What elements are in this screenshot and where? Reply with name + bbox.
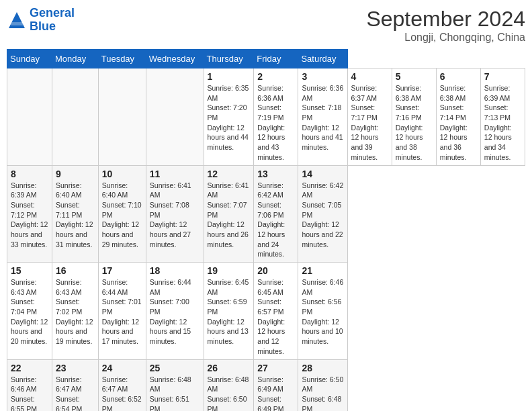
day-info: Sunrise: 6:47 AMSunset: 6:52 PMDaylight:… [102, 375, 142, 412]
calendar-week-3: 15 Sunrise: 6:43 AMSunset: 7:04 PMDaylig… [7, 263, 525, 360]
day-info: Sunrise: 6:42 AMSunset: 7:05 PMDaylight:… [302, 181, 343, 250]
calendar-cell [98, 68, 146, 166]
day-number: 16 [56, 265, 95, 276]
calendar-cell: 14 Sunrise: 6:42 AMSunset: 7:05 PMDaylig… [298, 165, 347, 263]
header: General Blue September 2024 Longji, Chon… [7, 7, 525, 44]
calendar-cell: 21 Sunrise: 6:46 AMSunset: 6:56 PMDaylig… [298, 263, 347, 360]
day-number: 19 [208, 265, 251, 276]
month-title: September 2024 [366, 7, 525, 32]
day-info: Sunrise: 6:46 AMSunset: 6:56 PMDaylight:… [302, 277, 343, 347]
calendar-cell: 13 Sunrise: 6:42 AMSunset: 7:06 PMDaylig… [254, 165, 298, 263]
calendar-week-4: 22 Sunrise: 6:46 AMSunset: 6:55 PMDaylig… [7, 359, 525, 411]
day-info: Sunrise: 6:46 AMSunset: 6:55 PMDaylight:… [11, 375, 48, 412]
calendar-cell: 1 Sunrise: 6:35 AMSunset: 7:20 PMDayligh… [204, 68, 254, 166]
day-info: Sunrise: 6:43 AMSunset: 7:02 PMDaylight:… [56, 277, 95, 347]
day-number: 6 [440, 71, 477, 82]
day-info: Sunrise: 6:44 AMSunset: 7:01 PMDaylight:… [102, 277, 142, 347]
day-info: Sunrise: 6:41 AMSunset: 7:07 PMDaylight:… [208, 181, 251, 250]
svg-marker-0 [9, 12, 25, 28]
day-info: Sunrise: 6:41 AMSunset: 7:08 PMDaylight:… [150, 181, 200, 250]
calendar-cell: 11 Sunrise: 6:41 AMSunset: 7:08 PMDaylig… [146, 165, 204, 263]
day-info: Sunrise: 6:45 AMSunset: 6:59 PMDaylight:… [208, 277, 251, 347]
calendar-cell: 27 Sunrise: 6:49 AMSunset: 6:49 PMDaylig… [254, 359, 298, 411]
calendar-cell: 2 Sunrise: 6:36 AMSunset: 7:19 PMDayligh… [254, 68, 298, 166]
calendar-cell: 3 Sunrise: 6:36 AMSunset: 7:18 PMDayligh… [298, 68, 347, 166]
logo-icon [7, 10, 27, 30]
day-number: 28 [302, 363, 343, 373]
day-number: 20 [257, 265, 294, 276]
day-info: Sunrise: 6:43 AMSunset: 7:04 PMDaylight:… [11, 277, 48, 347]
calendar-cell: 17 Sunrise: 6:44 AMSunset: 7:01 PMDaylig… [98, 263, 146, 360]
calendar-cell: 5 Sunrise: 6:38 AMSunset: 7:16 PMDayligh… [392, 68, 436, 166]
calendar-cell: 7 Sunrise: 6:39 AMSunset: 7:13 PMDayligh… [480, 68, 525, 166]
title-area: September 2024 Longji, Chongqing, China [366, 7, 525, 44]
calendar-cell: 19 Sunrise: 6:45 AMSunset: 6:59 PMDaylig… [204, 263, 254, 360]
day-number: 10 [102, 169, 142, 179]
day-info: Sunrise: 6:36 AMSunset: 7:18 PMDaylight:… [302, 83, 343, 152]
weekday-header-saturday: Saturday [298, 50, 347, 68]
day-info: Sunrise: 6:50 AMSunset: 6:48 PMDaylight:… [302, 375, 343, 412]
day-number: 18 [150, 265, 200, 276]
day-number: 5 [396, 71, 433, 82]
day-info: Sunrise: 6:47 AMSunset: 6:54 PMDaylight:… [56, 375, 95, 412]
weekday-header-sunday: Sunday [7, 50, 52, 68]
day-number: 24 [102, 363, 142, 373]
logo-line2: Blue [30, 19, 56, 33]
logo: General Blue [7, 7, 75, 34]
calendar-cell: 16 Sunrise: 6:43 AMSunset: 7:02 PMDaylig… [52, 263, 99, 360]
calendar-cell: 28 Sunrise: 6:50 AMSunset: 6:48 PMDaylig… [298, 359, 347, 411]
weekday-header-monday: Monday [52, 50, 99, 68]
calendar-cell: 15 Sunrise: 6:43 AMSunset: 7:04 PMDaylig… [7, 263, 52, 360]
day-number: 7 [484, 71, 521, 82]
calendar-cell: 26 Sunrise: 6:48 AMSunset: 6:50 PMDaylig… [204, 359, 254, 411]
day-number: 14 [302, 169, 343, 179]
day-number: 2 [257, 71, 294, 82]
day-number: 12 [208, 169, 251, 179]
day-info: Sunrise: 6:38 AMSunset: 7:16 PMDaylight:… [396, 83, 433, 163]
calendar-table: SundayMondayTuesdayWednesdayThursdayFrid… [7, 49, 525, 411]
day-number: 17 [102, 265, 142, 276]
day-number: 27 [257, 363, 294, 373]
day-info: Sunrise: 6:48 AMSunset: 6:51 PMDaylight:… [150, 375, 200, 412]
calendar-cell: 22 Sunrise: 6:46 AMSunset: 6:55 PMDaylig… [7, 359, 52, 411]
day-info: Sunrise: 6:39 AMSunset: 7:12 PMDaylight:… [11, 181, 48, 250]
calendar-cell: 6 Sunrise: 6:38 AMSunset: 7:14 PMDayligh… [436, 68, 480, 166]
weekday-header-wednesday: Wednesday [146, 50, 204, 68]
weekday-header-friday: Friday [254, 50, 298, 68]
day-number: 9 [56, 169, 95, 179]
calendar-cell: 20 Sunrise: 6:45 AMSunset: 6:57 PMDaylig… [254, 263, 298, 360]
calendar-cell: 25 Sunrise: 6:48 AMSunset: 6:51 PMDaylig… [146, 359, 204, 411]
day-number: 22 [11, 363, 48, 373]
day-number: 25 [150, 363, 200, 373]
calendar-cell [146, 68, 204, 166]
day-info: Sunrise: 6:44 AMSunset: 7:00 PMDaylight:… [150, 277, 200, 347]
day-number: 23 [56, 363, 95, 373]
calendar-cell: 10 Sunrise: 6:40 AMSunset: 7:10 PMDaylig… [98, 165, 146, 263]
day-info: Sunrise: 6:48 AMSunset: 6:50 PMDaylight:… [208, 375, 251, 412]
calendar-cell [52, 68, 99, 166]
svg-rect-1 [11, 22, 23, 26]
day-number: 4 [351, 71, 388, 82]
calendar-cell: 12 Sunrise: 6:41 AMSunset: 7:07 PMDaylig… [204, 165, 254, 263]
calendar-week-2: 8 Sunrise: 6:39 AMSunset: 7:12 PMDayligh… [7, 165, 525, 263]
calendar-cell [7, 68, 52, 166]
location-title: Longji, Chongqing, China [366, 32, 525, 44]
day-info: Sunrise: 6:45 AMSunset: 6:57 PMDaylight:… [257, 277, 294, 357]
day-number: 3 [302, 71, 343, 82]
calendar-week-1: 1 Sunrise: 6:35 AMSunset: 7:20 PMDayligh… [7, 68, 525, 166]
day-number: 26 [208, 363, 251, 373]
day-info: Sunrise: 6:49 AMSunset: 6:49 PMDaylight:… [257, 375, 294, 412]
day-number: 8 [11, 169, 48, 179]
day-number: 11 [150, 169, 200, 179]
weekday-header-tuesday: Tuesday [98, 50, 146, 68]
logo-text: General Blue [30, 7, 75, 34]
day-info: Sunrise: 6:38 AMSunset: 7:14 PMDaylight:… [440, 83, 477, 163]
day-info: Sunrise: 6:40 AMSunset: 7:11 PMDaylight:… [56, 181, 95, 250]
calendar-cell: 4 Sunrise: 6:37 AMSunset: 7:17 PMDayligh… [347, 68, 392, 166]
weekday-header-thursday: Thursday [204, 50, 254, 68]
calendar-cell: 24 Sunrise: 6:47 AMSunset: 6:52 PMDaylig… [98, 359, 146, 411]
day-info: Sunrise: 6:39 AMSunset: 7:13 PMDaylight:… [484, 83, 521, 163]
day-number: 21 [302, 265, 343, 276]
calendar-cell: 23 Sunrise: 6:47 AMSunset: 6:54 PMDaylig… [52, 359, 99, 411]
logo-line1: General [30, 6, 75, 19]
